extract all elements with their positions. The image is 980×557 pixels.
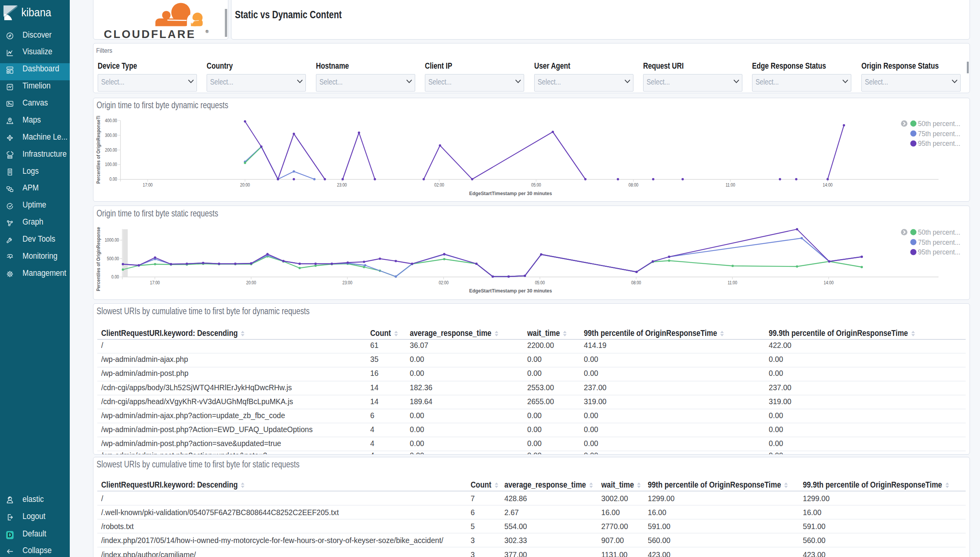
svg-text:23:00: 23:00 <box>342 280 352 285</box>
svg-text:20:00: 20:00 <box>240 182 250 187</box>
svg-text:17:00: 17:00 <box>143 182 153 187</box>
svg-text:50th percent...: 50th percent... <box>918 228 960 236</box>
svg-text:200.00: 200.00 <box>105 147 117 152</box>
svg-text:100.00: 100.00 <box>105 162 117 167</box>
svg-text:08:00: 08:00 <box>631 280 641 285</box>
svg-text:Origin time to first byte stat: Origin time to first byte static request… <box>97 208 218 218</box>
svg-text:75th percent...: 75th percent... <box>918 130 960 138</box>
svg-text:14:00: 14:00 <box>824 280 834 285</box>
svg-text:300.00: 300.00 <box>105 133 117 138</box>
svg-text:14:00: 14:00 <box>823 182 833 187</box>
svg-text:08:00: 08:00 <box>628 182 638 187</box>
svg-text:1000.00: 1000.00 <box>105 237 119 242</box>
svg-text:0.00: 0.00 <box>111 274 119 279</box>
svg-text:23:00: 23:00 <box>337 182 347 187</box>
svg-text:400.00: 400.00 <box>105 118 117 123</box>
svg-text:05:00: 05:00 <box>531 182 541 187</box>
svg-text:95th percent...: 95th percent... <box>918 248 960 256</box>
svg-text:75th percent...: 75th percent... <box>918 238 960 246</box>
svg-text:50th percent...: 50th percent... <box>918 119 960 128</box>
svg-text:05:00: 05:00 <box>535 280 545 285</box>
svg-text:11:00: 11:00 <box>728 280 737 285</box>
svg-text:500.00: 500.00 <box>107 256 119 261</box>
svg-text:11:00: 11:00 <box>726 182 735 187</box>
svg-text:20:00: 20:00 <box>246 280 256 285</box>
svg-text:Origin time to first byte dyna: Origin time to first byte dynamic reques… <box>97 100 228 110</box>
svg-text:Percentiles of OriginResponse: Percentiles of OriginResponse <box>96 227 101 291</box>
svg-text:95th percent...: 95th percent... <box>918 140 960 148</box>
svg-text:EdgeStartTimestamp per 30 minu: EdgeStartTimestamp per 30 minutes <box>469 288 552 294</box>
svg-text:D: D <box>8 531 12 538</box>
svg-text:EdgeStartTimestamp per 30 minu: EdgeStartTimestamp per 30 minutes <box>469 191 552 196</box>
svg-text:17:00: 17:00 <box>150 280 160 285</box>
svg-text:Percentiles of OriginResponseT: Percentiles of OriginResponseTi <box>96 116 101 184</box>
svg-text:0.00: 0.00 <box>109 177 117 182</box>
svg-text:02:00: 02:00 <box>439 280 449 285</box>
svg-text:02:00: 02:00 <box>434 182 444 187</box>
